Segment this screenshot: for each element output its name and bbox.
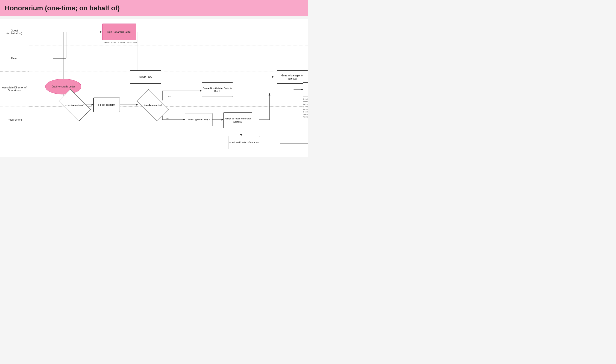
details-note: Details needed: - W-9 or W-8 - FOAP - Am… — [303, 98, 308, 118]
lane-guest: Guest(on behalf of) — [0, 19, 29, 45]
lane-divider-1 — [29, 45, 308, 45]
assign-procurement: Assign to Procurement for approval — [223, 112, 252, 128]
diagram-area: Guest(on behalf of) Dean Associate Direc… — [0, 19, 308, 157]
lane-dean: Dean — [0, 45, 29, 72]
lane-ado: Associate Director ofOperations — [0, 72, 29, 106]
draft-honoraria-letter: Draft Honoraria Letter — [45, 79, 81, 94]
create-noncatalog: Create Non-Catalog Order in Buy It — [202, 82, 233, 97]
fill-tax-form: Fill out Tax form — [93, 98, 120, 112]
yes-label: Yes — [168, 95, 171, 98]
sign-honoraria-letter: Sign Honoraria Letter — [102, 24, 136, 40]
goes-to-manager: Goes to Manager for approval — [277, 70, 308, 84]
provide-foap: Provide FOAP — [130, 70, 161, 84]
lane-procurement: Procurement — [0, 106, 29, 133]
is-international-diamond: Is this internaltional? — [60, 97, 89, 114]
lane-divider-2 — [29, 72, 308, 72]
lane-divider-4 — [29, 133, 308, 133]
page-header: Honorarium (one-time; on behalf of) — [0, 0, 308, 16]
add-to-cart: Add to cart — [303, 82, 308, 97]
add-supplier-buy: Add Supplier to Buy It — [185, 113, 212, 126]
already-supplier-diamond: Already a supplier? — [138, 97, 167, 114]
email-notification: Email Notification of Approval — [229, 136, 260, 149]
page-title: Honorarium (one-time; on behalf of) — [5, 4, 303, 12]
attach-note: Attach: - W-9 if US citizen - W-8 if Ali… — [103, 41, 137, 44]
no-label: No — [166, 117, 168, 120]
diagram-canvas: Sign Honoraria Letter Attach: - W-9 if U… — [29, 19, 308, 157]
lane-labels: Guest(on behalf of) Dean Associate Direc… — [0, 19, 29, 157]
